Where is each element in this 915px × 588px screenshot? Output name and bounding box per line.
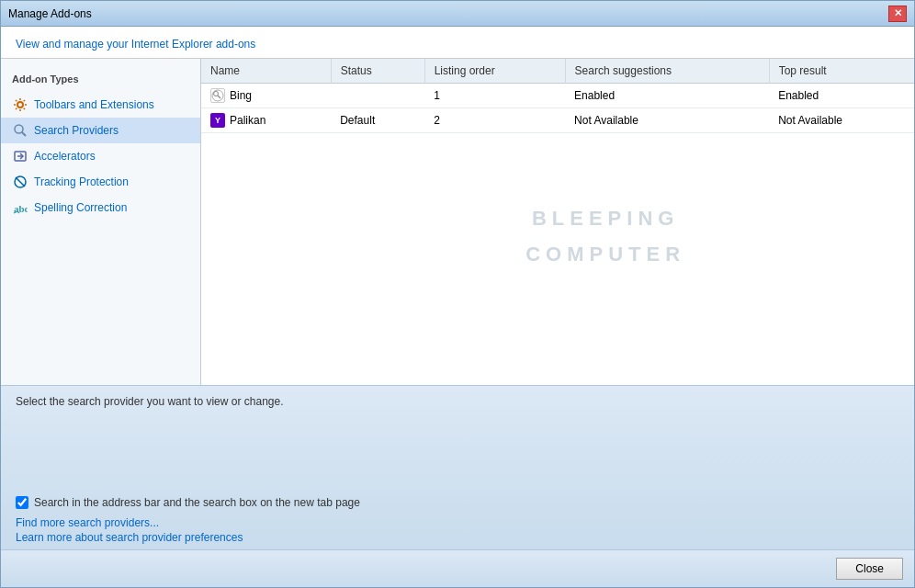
svg-point-0	[17, 102, 23, 107]
svg-line-2	[22, 132, 26, 136]
col-name[interactable]: Name	[201, 59, 331, 84]
provider-name-cell: Y Palikan	[201, 108, 331, 133]
watermark-line1: BLEEPING	[525, 200, 685, 237]
checkbox-area: Search in the address bar and the search…	[16, 496, 899, 509]
yahoo-icon: Y	[210, 113, 225, 128]
learn-more-link[interactable]: Learn more about search provider prefere…	[16, 531, 899, 544]
bottom-bar: Close	[1, 549, 914, 587]
bing-order: 1	[424, 84, 565, 108]
bing-suggestions: Enabled	[565, 84, 769, 108]
provider-name-cell: Bing	[201, 84, 331, 108]
window-title: Manage Add-ons	[8, 7, 92, 20]
main-area: Add-on Types Toolbars and Extensions	[1, 59, 914, 385]
table-area: Name Status Listing order Search suggest…	[201, 59, 914, 385]
palikan-order: 2	[424, 108, 565, 133]
sidebar: Add-on Types Toolbars and Extensions	[1, 59, 201, 385]
sidebar-item-spelling[interactable]: abc Spelling Correction	[1, 195, 200, 220]
subtitle-area: View and manage your Internet Explorer a…	[1, 27, 914, 59]
subtitle-link[interactable]: View and manage your Internet Explorer a…	[16, 38, 255, 51]
content-area: Name Status Listing order Search suggest…	[201, 59, 914, 385]
status-instruction: Select the search provider you want to v…	[16, 395, 899, 408]
tracking-protection-icon	[12, 174, 28, 190]
gear-icon	[12, 96, 28, 113]
status-bar: Select the search provider you want to v…	[1, 385, 914, 549]
search-providers-icon	[12, 122, 28, 139]
sidebar-item-tracking-label: Tracking Protection	[34, 175, 129, 188]
sidebar-item-search[interactable]: Search Providers	[1, 118, 200, 143]
find-more-link[interactable]: Find more search providers...	[16, 516, 899, 529]
col-top-result[interactable]: Top result	[769, 59, 914, 84]
accelerators-icon	[12, 148, 28, 164]
palikan-top-result: Not Available	[769, 108, 914, 133]
table-row[interactable]: Y Palikan Default 2 Not Available Not Av…	[201, 108, 914, 133]
svg-point-9	[214, 92, 219, 96]
bottom-links: Find more search providers... Learn more…	[16, 516, 899, 544]
sidebar-item-search-label: Search Providers	[34, 124, 119, 137]
sidebar-item-tracking[interactable]: Tracking Protection	[1, 169, 200, 195]
palikan-status: Default	[331, 108, 424, 133]
table-row[interactable]: Bing 1 Enabled Enabled	[201, 84, 914, 108]
window-content: View and manage your Internet Explorer a…	[1, 27, 914, 587]
watermark: BLEEPING COMPUTER	[525, 200, 685, 273]
bing-status	[331, 84, 424, 108]
close-window-button[interactable]: ✕	[888, 6, 907, 22]
sidebar-item-toolbars-label: Toolbars and Extensions	[34, 98, 154, 111]
sidebar-item-accelerators-label: Accelerators	[34, 150, 96, 163]
sidebar-section-label: Add-on Types	[1, 70, 200, 92]
address-bar-search-checkbox[interactable]	[16, 496, 28, 509]
manage-addons-window: Manage Add-ons ✕ View and manage your In…	[0, 0, 915, 588]
providers-table: Name Status Listing order Search suggest…	[201, 59, 914, 133]
svg-point-1	[15, 125, 23, 133]
svg-line-6	[16, 177, 25, 187]
checkbox-label: Search in the address bar and the search…	[34, 496, 360, 509]
col-status[interactable]: Status	[331, 59, 424, 84]
palikan-suggestions: Not Available	[565, 108, 769, 133]
palikan-name: Palikan	[230, 114, 265, 127]
watermark-line2: COMPUTER	[525, 236, 685, 273]
sidebar-item-spelling-label: Spelling Correction	[34, 201, 127, 214]
col-search-suggestions[interactable]: Search suggestions	[565, 59, 769, 84]
title-bar: Manage Add-ons ✕	[1, 1, 914, 27]
close-button[interactable]: Close	[836, 558, 903, 580]
sidebar-item-toolbars[interactable]: Toolbars and Extensions	[1, 92, 200, 118]
svg-line-10	[218, 96, 220, 98]
bing-name: Bing	[230, 89, 252, 102]
col-listing-order[interactable]: Listing order	[424, 59, 565, 84]
spelling-correction-icon: abc	[12, 199, 28, 216]
sidebar-item-accelerators[interactable]: Accelerators	[1, 143, 200, 169]
bing-icon	[210, 88, 225, 103]
bing-top-result: Enabled	[769, 84, 914, 108]
